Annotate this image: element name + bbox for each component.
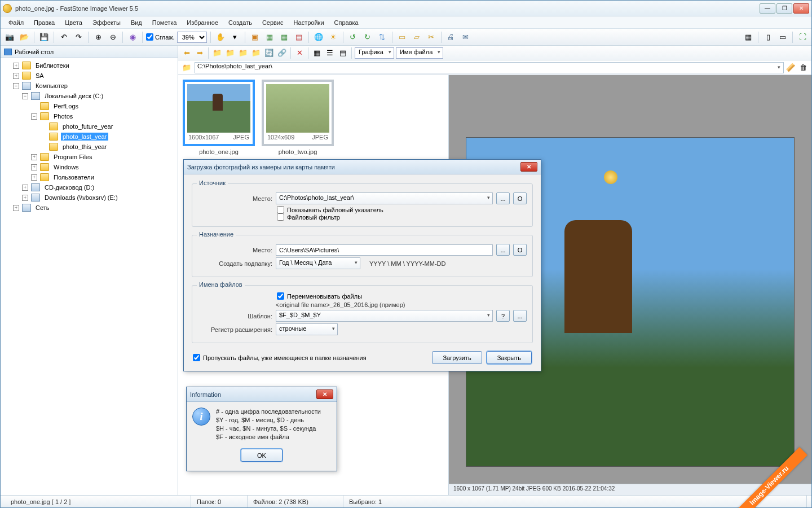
new-folder-icon[interactable]: 📁 xyxy=(224,47,236,59)
sun-icon[interactable]: ☀ xyxy=(327,31,339,43)
smooth-checkbox[interactable]: Сглаж. xyxy=(146,33,175,41)
menu-избранное[interactable]: Избранное xyxy=(182,18,223,27)
tree-node[interactable]: +Сеть xyxy=(1,203,178,213)
email-icon[interactable]: ✉ xyxy=(460,31,472,43)
camera-icon[interactable]: 📷 xyxy=(3,31,16,43)
menu-создать[interactable]: Создать xyxy=(224,18,257,27)
tree-node[interactable]: photo_last_year xyxy=(1,132,178,142)
sort-by-select[interactable]: Имя файла xyxy=(396,47,443,59)
tree-node[interactable]: −Photos xyxy=(1,111,178,121)
tree-node[interactable]: +Библиотеки xyxy=(1,60,178,71)
close-button[interactable]: ✕ xyxy=(793,3,809,14)
zoom-select[interactable]: 39% xyxy=(177,32,207,43)
tree-expand-icon[interactable]: − xyxy=(13,83,19,89)
source-browse-button[interactable]: ... xyxy=(496,192,510,204)
menu-сервис[interactable]: Сервис xyxy=(258,18,288,27)
tree-node[interactable]: photo_this_year xyxy=(1,142,178,152)
undo-icon[interactable]: ↶ xyxy=(58,31,70,43)
folder-tree[interactable]: +Библиотеки+SA−Компьютер−Локальный диск … xyxy=(1,58,178,495)
link-icon[interactable]: 🔗 xyxy=(276,47,288,59)
up-folder-icon[interactable]: 📁 xyxy=(211,47,223,59)
show-pointer-checkbox[interactable]: Показывать файловый указатель xyxy=(277,206,527,213)
load-button[interactable]: Загрузить xyxy=(432,351,482,364)
hand-icon[interactable]: ✋ xyxy=(214,31,227,43)
tree-expand-icon[interactable]: − xyxy=(22,93,28,99)
menu-вид[interactable]: Вид xyxy=(126,18,147,27)
tree-expand-icon[interactable]: + xyxy=(13,63,19,69)
compare-icon[interactable]: ▦ xyxy=(263,31,276,43)
pencil-icon[interactable] xyxy=(786,63,795,72)
source-path-combo[interactable]: C:\Photos\photo_last_year\ xyxy=(276,192,493,204)
fit-icon[interactable]: ⛶ xyxy=(796,31,809,43)
menu-эффекты[interactable]: Эффекты xyxy=(88,18,125,27)
dest-open-button[interactable]: O xyxy=(513,244,527,256)
refresh-folder-icon[interactable]: 🔄 xyxy=(263,47,275,59)
contact-sheet-icon[interactable]: ▤ xyxy=(293,31,305,43)
tree-expand-icon[interactable]: + xyxy=(13,73,19,79)
view-list-icon[interactable]: ▦ xyxy=(311,47,323,59)
crop-icon[interactable]: ✂ xyxy=(425,31,438,43)
layout1-icon[interactable]: ▯ xyxy=(762,31,774,43)
forward-icon[interactable]: ➡ xyxy=(194,47,205,59)
open-icon[interactable]: 📂 xyxy=(18,31,30,43)
menu-файл[interactable]: Файл xyxy=(4,18,28,27)
menu-настройки[interactable]: Настройки xyxy=(289,18,329,27)
dialog-close-button[interactable]: ✕ xyxy=(520,162,537,172)
back-icon[interactable]: ⬅ xyxy=(181,47,192,59)
close-dialog-button[interactable]: Закрыть xyxy=(487,351,532,364)
case-combo[interactable]: строчные xyxy=(276,323,338,335)
template-combo[interactable]: $F_$D_$M_$Y xyxy=(276,310,493,322)
group-by-select[interactable]: Графика xyxy=(355,47,394,59)
tree-node[interactable]: photo_future_year xyxy=(1,121,178,132)
redo-icon[interactable]: ↷ xyxy=(72,31,85,43)
menu-правка[interactable]: Правка xyxy=(29,18,59,27)
view-details-icon[interactable]: ☰ xyxy=(324,47,336,59)
tree-expand-icon[interactable]: + xyxy=(31,154,37,160)
view-tiles-icon[interactable]: ▤ xyxy=(337,47,348,59)
copy-folder-icon[interactable]: 📁 xyxy=(250,47,262,59)
template-browse-button[interactable]: ... xyxy=(513,310,527,322)
zoom-in-icon[interactable]: ⊕ xyxy=(92,31,104,43)
tree-expand-icon[interactable]: − xyxy=(31,113,37,120)
arrow-dropdown[interactable]: ▾ xyxy=(229,31,241,43)
template-help-button[interactable]: ? xyxy=(496,310,510,322)
tree-node[interactable]: +Windows xyxy=(1,162,178,172)
dialog-titlebar[interactable]: Загрузка фотографий из камеры или карты … xyxy=(184,160,541,174)
info-ok-button[interactable]: OK xyxy=(241,449,283,462)
maximize-button[interactable]: ❐ xyxy=(776,3,792,14)
info-close-button[interactable]: ✕ xyxy=(316,389,333,399)
delete-icon[interactable]: ✕ xyxy=(294,47,305,59)
fullscreen-icon[interactable]: ◉ xyxy=(126,31,139,43)
rotate-right-icon[interactable]: ↻ xyxy=(361,31,374,43)
tree-node[interactable]: +CD-дисковод (D:) xyxy=(1,182,178,192)
rotate-left-icon[interactable]: ↺ xyxy=(347,31,359,43)
tree-node[interactable]: −Локальный диск (C:) xyxy=(1,91,178,101)
tree-node[interactable]: PerfLogs xyxy=(1,101,178,111)
info-titlebar[interactable]: Information ✕ xyxy=(187,387,337,402)
canvas-icon[interactable]: ▱ xyxy=(411,31,423,43)
globe-icon[interactable]: 🌐 xyxy=(312,31,325,43)
resize-icon[interactable]: ▭ xyxy=(396,31,408,43)
tree-node[interactable]: +Downloads (\\vboxsrv) (E:) xyxy=(1,192,178,203)
print-icon[interactable]: 🖨 xyxy=(445,31,457,43)
tree-expand-icon[interactable]: + xyxy=(22,185,28,191)
dest-browse-button[interactable]: ... xyxy=(496,244,510,256)
tree-node[interactable]: −Компьютер xyxy=(1,81,178,91)
minimize-button[interactable]: — xyxy=(760,3,775,14)
slideshow-icon[interactable]: ▣ xyxy=(249,31,261,43)
dest-path-input[interactable] xyxy=(276,244,493,256)
tree-node[interactable]: +Пользователи xyxy=(1,172,178,182)
tree-expand-icon[interactable]: + xyxy=(31,164,37,170)
zoom-out-icon[interactable]: ⊖ xyxy=(107,31,119,43)
tree-expand-icon[interactable]: + xyxy=(22,195,28,201)
menu-цвета[interactable]: Цвета xyxy=(60,18,87,27)
tree-node[interactable]: +SA xyxy=(1,71,178,81)
trash-icon[interactable]: 🗑 xyxy=(797,62,809,73)
flip-icon[interactable]: ⇅ xyxy=(376,31,389,43)
file-filter-checkbox[interactable]: Файловый фильтр xyxy=(277,213,527,221)
layout2-icon[interactable]: ▭ xyxy=(776,31,789,43)
skip-existing-checkbox[interactable]: Пропускать файлы, уже имеющиеся в папке … xyxy=(193,354,367,361)
tree-header[interactable]: Рабочий стол xyxy=(1,46,178,58)
grid-icon[interactable]: ▦ xyxy=(278,31,290,43)
save-icon[interactable]: 💾 xyxy=(38,31,50,43)
